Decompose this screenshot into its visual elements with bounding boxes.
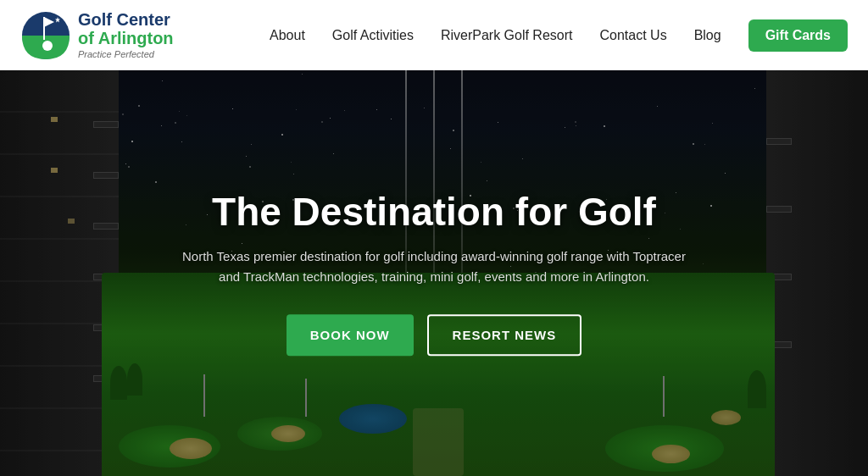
hero-content: The Destination for Golf North Texas pre… bbox=[180, 191, 688, 357]
hero-subtitle: North Texas premier destination for golf… bbox=[180, 246, 688, 287]
hero-buttons: BOOK NOW RESORT NEWS bbox=[180, 314, 688, 356]
logo-line2: of Arlington bbox=[78, 29, 174, 47]
logo-icon bbox=[20, 10, 71, 61]
nav-riverpark[interactable]: RiverPark Golf Resort bbox=[441, 28, 573, 43]
logo-text: Golf Center of Arlington Practice Perfec… bbox=[78, 10, 174, 59]
nav-golf-activities[interactable]: Golf Activities bbox=[332, 28, 414, 43]
main-nav: About Golf Activities RiverPark Golf Res… bbox=[270, 19, 848, 52]
svg-point-3 bbox=[42, 41, 53, 51]
resort-news-button[interactable]: RESORT NEWS bbox=[427, 314, 582, 356]
hero-section: The Destination for Golf North Texas pre… bbox=[0, 70, 868, 476]
logo[interactable]: Golf Center of Arlington Practice Perfec… bbox=[20, 10, 174, 61]
logo-line1: Golf Center bbox=[78, 10, 174, 29]
hero-title: The Destination for Golf bbox=[180, 191, 688, 234]
book-now-button[interactable]: BOOK NOW bbox=[287, 314, 414, 356]
nav-blog[interactable]: Blog bbox=[694, 28, 721, 43]
nav-contact[interactable]: Contact Us bbox=[599, 28, 666, 43]
site-header: Golf Center of Arlington Practice Perfec… bbox=[0, 0, 868, 70]
logo-tagline: Practice Perfected bbox=[78, 49, 174, 59]
gift-cards-button[interactable]: Gift Cards bbox=[748, 19, 848, 52]
nav-about[interactable]: About bbox=[270, 28, 305, 43]
